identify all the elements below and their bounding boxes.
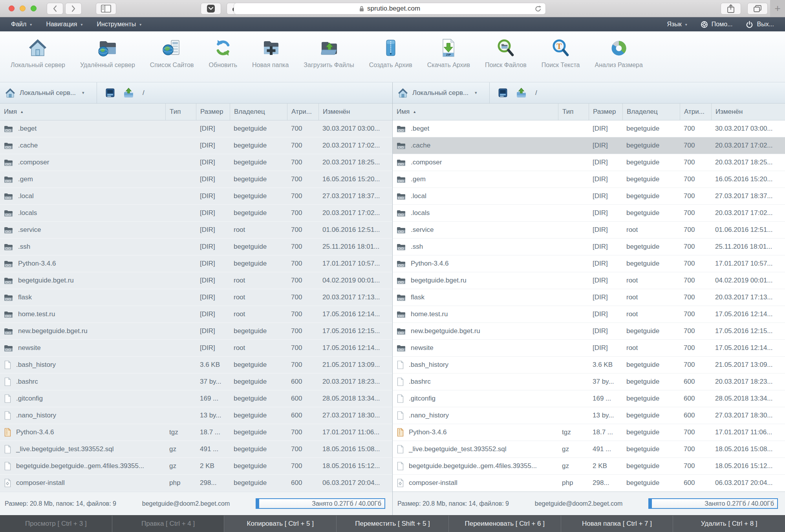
menu-item-left-1[interactable]: Навигация▾ <box>40 17 88 31</box>
file-row[interactable]: _live.begetguide_test.393552.sqlgz491 ..… <box>393 441 785 458</box>
file-row[interactable]: Python-3.4.6tgz18.7 ...begetguide70017.0… <box>393 424 785 441</box>
file-row[interactable]: newsite[DIR]root70017.05.2016 12:14... <box>0 340 392 357</box>
command-button-1[interactable]: Правка [ Ctrl + 4 ] <box>112 516 224 532</box>
toolbar-search-text[interactable]: TПоиск Текста <box>534 35 587 70</box>
command-button-5[interactable]: Новая папка [ Ctrl + 7 ] <box>561 516 673 532</box>
file-row[interactable]: .bashrc37 by...begetguide60020.03.2017 1… <box>393 373 785 390</box>
file-row[interactable]: .bash_history3.6 KBbegetguide70021.05.20… <box>393 357 785 373</box>
column-header-attrs[interactable]: Атри... <box>680 104 711 120</box>
menu-item-right-2[interactable]: Вых... <box>740 17 780 31</box>
file-row[interactable]: .composer[DIR]begetguide70020.03.2017 18… <box>393 154 785 171</box>
toolbar-globe-list[interactable]: Список Сайтов <box>143 35 201 70</box>
file-row[interactable]: .gitconfig169 ...begetguide60028.05.2018… <box>0 390 392 407</box>
column-header-size[interactable]: Размер <box>589 104 622 120</box>
toolbar-zip-download[interactable]: ZIPСкачать Архив <box>420 35 478 70</box>
file-row[interactable]: flask[DIR]root70020.03.2017 17:13... <box>393 289 785 306</box>
pocket-extension-button[interactable] <box>201 3 221 15</box>
file-row[interactable]: _live.begetguide_test.393552.sqlgz491 ..… <box>0 441 392 458</box>
file-row[interactable]: home.test.ru[DIR]root70017.05.2016 12:14… <box>0 306 392 323</box>
file-row[interactable]: new.begetguide.bget.ru[DIR]begetguide700… <box>393 323 785 340</box>
column-header-modified[interactable]: Изменён <box>711 104 785 120</box>
file-row[interactable]: flask[DIR]root70020.03.2017 17:13... <box>0 289 392 306</box>
toolbar-home[interactable]: Локальный сервер <box>3 35 73 70</box>
toolbar-search-files[interactable]: Поиск Файлов <box>478 35 534 70</box>
command-button-0[interactable]: Просмотр [ Ctrl + 3 ] <box>0 516 112 532</box>
toolbar-refresh[interactable]: Обновить <box>201 35 245 70</box>
reload-button[interactable] <box>534 5 542 15</box>
column-header-owner[interactable]: Владелец <box>622 104 680 120</box>
file-row[interactable]: home.test.ru[DIR]root70017.05.2016 12:14… <box>393 306 785 323</box>
file-row[interactable]: .local[DIR]begetguide70027.03.2017 18:37… <box>0 188 392 205</box>
toolbar-donut-chart[interactable]: Анализ Размера <box>587 35 650 70</box>
menu-item-right-1[interactable]: Помо... <box>695 17 738 31</box>
file-attrs: 700 <box>287 142 318 149</box>
file-row[interactable]: .beget[DIR]begetguide70030.03.2017 03:00… <box>393 120 785 137</box>
file-row[interactable]: .ssh[DIR]begetguide70025.11.2016 18:01..… <box>393 239 785 255</box>
column-header-owner[interactable]: Владелец <box>230 104 287 120</box>
new-tab-button[interactable]: + <box>770 0 785 17</box>
file-row[interactable]: .gem[DIR]begetguide70016.05.2016 15:20..… <box>393 171 785 188</box>
toolbar-zip[interactable]: Создать Архив <box>362 35 420 70</box>
close-window-button[interactable] <box>9 5 15 11</box>
file-row[interactable]: .service[DIR]root70001.06.2016 12:51... <box>393 222 785 239</box>
file-row[interactable]: .nano_history13 by...begetguide60027.03.… <box>393 407 785 424</box>
up-directory-button[interactable] <box>516 87 527 98</box>
file-row[interactable]: .nano_history13 by...begetguide60027.03.… <box>0 407 392 424</box>
back-button[interactable] <box>47 3 63 15</box>
column-header-name[interactable]: Имя▲ <box>0 104 165 120</box>
file-row[interactable]: .beget[DIR]begetguide70030.03.2017 03:00… <box>0 120 392 137</box>
file-row[interactable]: begetguide.bget.ru[DIR]root70004.02.2019… <box>393 272 785 289</box>
share-button[interactable] <box>721 3 741 15</box>
toolbar-folder-upload[interactable]: Загрузить Файлы <box>296 35 361 70</box>
file-row[interactable]: .cache[DIR]begetguide70020.03.2017 17:02… <box>0 137 392 154</box>
file-row[interactable]: .bash_history3.6 KBbegetguide70021.05.20… <box>0 357 392 373</box>
file-row[interactable]: .ssh[DIR]begetguide70025.11.2016 18:01..… <box>0 239 392 255</box>
server-select-dropdown[interactable]: Локальный серв... ▾ <box>0 82 97 104</box>
menu-item-right-0[interactable]: Язык▾ <box>661 17 692 31</box>
file-row[interactable]: .service[DIR]root70001.06.2016 12:51... <box>0 222 392 239</box>
show-tabs-button[interactable] <box>747 3 768 15</box>
column-header-attrs[interactable]: Атри... <box>287 104 318 120</box>
file-row[interactable]: new.begetguide.bget.ru[DIR]begetguide700… <box>0 323 392 340</box>
file-row[interactable]: .locals[DIR]begetguide70020.03.2017 17:0… <box>393 205 785 222</box>
file-size: 491 ... <box>196 445 230 453</box>
zoom-window-button[interactable] <box>31 5 37 11</box>
file-row[interactable]: .locals[DIR]begetguide70020.03.2017 17:0… <box>0 205 392 222</box>
minimize-window-button[interactable] <box>20 5 26 11</box>
file-row[interactable]: newsite[DIR]root70017.05.2016 12:14... <box>393 340 785 357</box>
address-bar[interactable]: sprutio.beget.com <box>234 3 546 15</box>
forward-button[interactable] <box>65 3 82 15</box>
command-button-6[interactable]: Удалить [ Ctrl + 8 ] <box>673 516 785 532</box>
file-row[interactable]: begetguide.begetguide..gem.4files.39355.… <box>393 458 785 475</box>
column-header-name[interactable]: Имя▲ <box>393 104 558 120</box>
up-directory-button[interactable] <box>123 87 134 98</box>
file-row[interactable]: .gem[DIR]begetguide70016.05.2016 15:20..… <box>0 171 392 188</box>
sidebar-toggle-button[interactable] <box>96 3 116 15</box>
command-button-2[interactable]: Копировать [ Ctrl + 5 ] <box>224 516 336 532</box>
menu-item-left-0[interactable]: Файл▾ <box>5 17 37 31</box>
command-button-3[interactable]: Переместить [ Shift + 5 ] <box>336 516 448 532</box>
file-row[interactable]: Python-3.4.6[DIR]begetguide70017.01.2017… <box>393 255 785 272</box>
root-directory-button[interactable] <box>498 87 508 98</box>
toolbar-folder-globe[interactable]: Удалённый сервер <box>73 35 143 70</box>
toolbar-folder-plus[interactable]: Новая папка <box>245 35 296 70</box>
file-row[interactable]: Python-3.4.6[DIR]begetguide70017.01.2017… <box>0 255 392 272</box>
column-header-type[interactable]: Тип <box>165 104 196 120</box>
file-row[interactable]: .cache[DIR]begetguide70020.03.2017 17:02… <box>393 137 785 154</box>
file-row[interactable]: composer-installphp298...begetguide60006… <box>393 475 785 492</box>
column-header-modified[interactable]: Изменён <box>318 104 392 120</box>
server-select-dropdown[interactable]: Локальный серв... ▾ <box>393 82 490 104</box>
file-row[interactable]: begetguide.bget.ru[DIR]root70004.02.2019… <box>0 272 392 289</box>
column-header-type[interactable]: Тип <box>558 104 589 120</box>
file-row[interactable]: .bashrc37 by...begetguide60020.03.2017 1… <box>0 373 392 390</box>
file-row[interactable]: .gitconfig169 ...begetguide60028.05.2018… <box>393 390 785 407</box>
file-row[interactable]: .local[DIR]begetguide70027.03.2017 18:37… <box>393 188 785 205</box>
command-button-4[interactable]: Переименовать [ Ctrl + 6 ] <box>448 516 561 532</box>
root-directory-button[interactable] <box>105 87 115 98</box>
file-row[interactable]: begetguide.begetguide..gem.4files.39355.… <box>0 458 392 475</box>
file-row[interactable]: composer-installphp298...begetguide60006… <box>0 475 392 492</box>
menu-item-left-2[interactable]: Инструменты▾ <box>91 17 147 31</box>
column-header-size[interactable]: Размер <box>196 104 230 120</box>
file-row[interactable]: Python-3.4.6tgz18.7 ...begetguide70017.0… <box>0 424 392 441</box>
file-row[interactable]: .composer[DIR]begetguide70020.03.2017 18… <box>0 154 392 171</box>
